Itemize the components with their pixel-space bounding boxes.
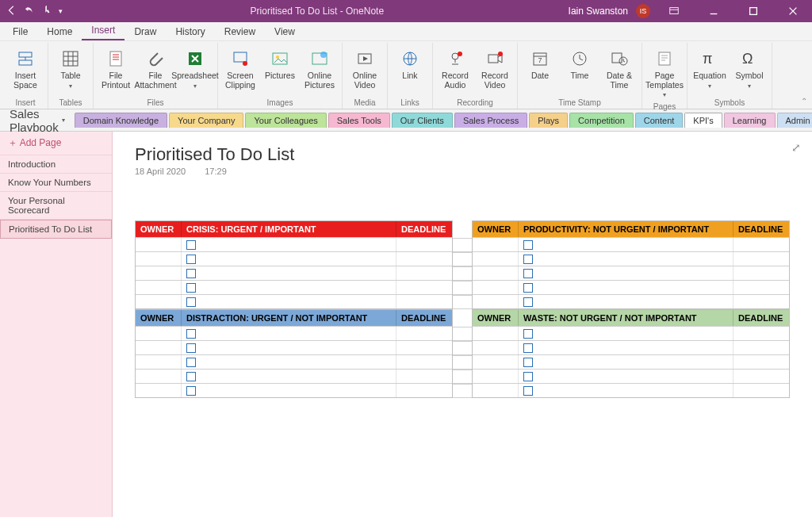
table-row[interactable]	[473, 237, 789, 251]
table-row[interactable]	[136, 280, 452, 294]
ribbon-templates-button[interactable]: PageTemplates▾	[645, 46, 684, 101]
table-row[interactable]	[473, 294, 789, 308]
table-row[interactable]	[136, 326, 452, 340]
table-row[interactable]	[136, 294, 452, 308]
section-tab-domain-knowledge[interactable]: Domain Knowledge	[75, 113, 167, 128]
ribbon-table-button[interactable]: Table▾	[52, 46, 90, 92]
checkbox-icon[interactable]	[523, 329, 533, 339]
audio-icon	[444, 48, 466, 70]
section-tab-learning[interactable]: Learning	[724, 113, 776, 128]
checkbox-icon[interactable]	[186, 269, 196, 278]
ribbon-audio-button[interactable]: RecordAudio	[436, 46, 474, 92]
nav-left-icon[interactable]	[6, 5, 17, 18]
notebook-name[interactable]: Sales Playbook ▾	[10, 107, 70, 134]
touch-mode-icon[interactable]	[41, 5, 52, 18]
table-row[interactable]	[136, 237, 452, 251]
table-row[interactable]	[473, 251, 789, 266]
table-row[interactable]	[473, 354, 789, 369]
collapse-ribbon-icon[interactable]: ⌃	[801, 97, 807, 105]
checkbox-icon[interactable]	[186, 240, 196, 250]
table-row[interactable]	[473, 266, 789, 280]
user-name[interactable]: Iain Swanston	[569, 6, 628, 17]
page-title[interactable]: Prioritised To Do List	[135, 144, 790, 165]
minimize-button[interactable]	[698, 0, 730, 22]
page-item[interactable]: Introduction	[0, 155, 112, 174]
checkbox-icon[interactable]	[186, 358, 196, 367]
checkbox-icon[interactable]	[523, 297, 533, 307]
ribbon: InsertSpaceInsertTable▾TablesFilePrintou…	[0, 41, 812, 109]
ribbon-spreadsheet-button[interactable]: Spreadsheet▾	[176, 46, 214, 92]
table-row[interactable]	[136, 340, 452, 354]
checkbox-icon[interactable]	[523, 255, 533, 264]
ribbon-video-button[interactable]: OnlineVideo	[346, 46, 384, 92]
checkbox-icon[interactable]	[186, 386, 196, 396]
maximize-button[interactable]	[737, 0, 769, 22]
checkbox-icon[interactable]	[186, 372, 196, 381]
ribbon-pictures-button[interactable]: Pictures	[261, 46, 299, 92]
menu-tab-insert[interactable]: Insert	[82, 21, 124, 40]
table-row[interactable]	[473, 326, 789, 340]
section-tab-kpi-s[interactable]: KPI's	[684, 113, 722, 128]
checkbox-icon[interactable]	[523, 372, 533, 381]
ribbon-clipping-button[interactable]: ScreenClipping	[221, 46, 259, 92]
ribbon-rvideo-button[interactable]: RecordVideo	[476, 46, 514, 92]
checkbox-icon[interactable]	[186, 283, 196, 293]
ribbon-link-button[interactable]: Link	[391, 46, 429, 92]
table-row[interactable]	[136, 354, 452, 369]
ribbon-datetime-button[interactable]: Date &Time	[600, 46, 638, 92]
menu-tab-view[interactable]: View	[265, 23, 304, 40]
ribbon-date-button[interactable]: 7Date	[521, 46, 559, 92]
table-row[interactable]	[136, 369, 452, 383]
checkbox-icon[interactable]	[523, 343, 533, 353]
ribbon-file-printout-button[interactable]: FilePrintout	[97, 46, 135, 92]
section-tab-sales-tools[interactable]: Sales Tools	[328, 113, 390, 128]
section-tab-content[interactable]: Content	[635, 113, 684, 128]
ribbon-insert-space-button[interactable]: InsertSpace	[6, 46, 44, 92]
menu-tab-history[interactable]: History	[166, 23, 214, 40]
close-button[interactable]	[777, 0, 809, 22]
ribbon-equation-button[interactable]: πEquation▾	[691, 46, 729, 92]
checkbox-icon[interactable]	[523, 269, 533, 278]
menu-tab-home[interactable]: Home	[37, 23, 82, 40]
table-row[interactable]	[473, 369, 789, 383]
checkbox-icon[interactable]	[186, 297, 196, 307]
menu-tab-file[interactable]: File	[3, 23, 37, 40]
checkbox-icon[interactable]	[523, 386, 533, 396]
ribbon-online-pictures-button[interactable]: OnlinePictures	[301, 46, 339, 92]
ribbon-attachment-button[interactable]: FileAttachment	[136, 46, 174, 92]
checkbox-icon[interactable]	[523, 240, 533, 250]
table-row[interactable]	[473, 340, 789, 354]
ribbon-time-button[interactable]: Time	[561, 46, 599, 92]
menu-tab-review[interactable]: Review	[215, 23, 265, 40]
checkbox-icon[interactable]	[186, 343, 196, 353]
section-tab-our-clients[interactable]: Our Clients	[392, 113, 453, 128]
checkbox-icon[interactable]	[523, 283, 533, 293]
checkbox-icon[interactable]	[186, 329, 196, 339]
table-row[interactable]	[473, 383, 789, 397]
table-row[interactable]	[136, 266, 452, 280]
page-item[interactable]: Prioritised To Do List	[0, 220, 112, 239]
checkbox-icon[interactable]	[523, 358, 533, 367]
section-tab-competition[interactable]: Competition	[569, 113, 634, 128]
section-tab-sales-process[interactable]: Sales Process	[454, 113, 527, 128]
ribbon-options-icon[interactable]	[658, 0, 690, 22]
section-tab-plays[interactable]: Plays	[529, 113, 568, 128]
page-item[interactable]: Know Your Numbers	[0, 174, 112, 192]
ribbon-symbol-button[interactable]: ΩSymbol▾	[730, 46, 768, 92]
link-icon	[399, 48, 421, 70]
page-canvas[interactable]: ⤢ Prioritised To Do List 18 April 202017…	[113, 132, 812, 517]
checkbox-icon[interactable]	[186, 255, 196, 264]
section-tab-admin[interactable]: Admin	[777, 113, 813, 128]
section-tab-your-company[interactable]: Your Company	[169, 113, 243, 128]
table-row[interactable]	[136, 383, 452, 397]
table-row[interactable]	[136, 251, 452, 266]
undo-icon[interactable]	[24, 5, 35, 18]
menu-tab-draw[interactable]: Draw	[124, 23, 166, 40]
page-item[interactable]: Your Personal Scorecard	[0, 192, 112, 220]
qat-more-icon[interactable]: ▾	[59, 7, 63, 15]
section-tab-your-colleagues[interactable]: Your Colleagues	[245, 113, 326, 128]
user-avatar[interactable]: IS	[636, 4, 650, 18]
expand-icon[interactable]: ⤢	[791, 141, 801, 154]
add-page-button[interactable]: ＋ Add Page	[0, 132, 112, 155]
table-row[interactable]	[473, 280, 789, 294]
